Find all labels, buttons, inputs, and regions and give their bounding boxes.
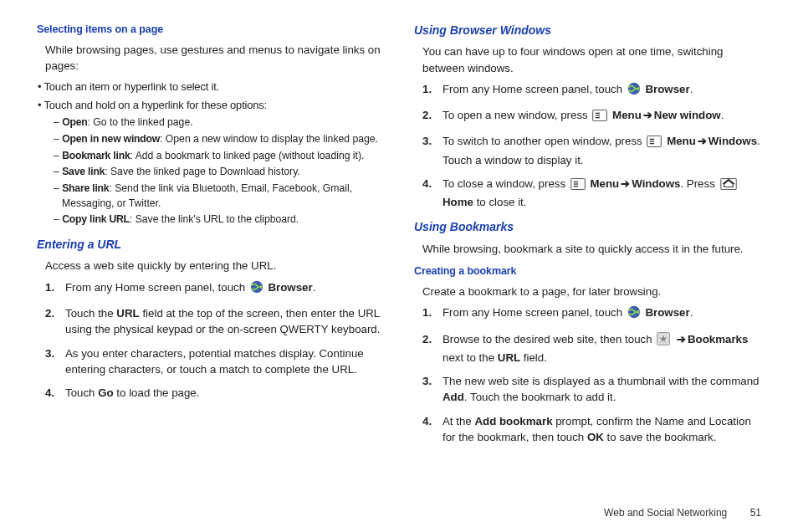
heading-using-bookmarks: Using Bookmarks [414, 218, 761, 235]
dash-save-link: Save link: Save the linked page to Downl… [62, 165, 384, 180]
url-step-2: Touch the URL field at the top of the sc… [45, 305, 384, 338]
bm-step-1: From any Home screen panel, touch Browse… [422, 304, 761, 323]
bookmark-icon [657, 332, 670, 350]
url-step-1: From any Home screen panel, touch Browse… [45, 279, 384, 298]
menu-icon [570, 178, 586, 194]
bullet-touch-select: Touch an item or hyperlink to select it. [45, 79, 384, 95]
dash-copy-url: Copy link URL: Save the link's URL to th… [62, 212, 384, 228]
browser-icon [627, 82, 641, 100]
dash-share-link: Share link: Send the link via Bluetooth,… [62, 182, 384, 211]
bookmarks-intro: While browsing, bookmark a site to quick… [422, 241, 761, 257]
win-step-1: From any Home screen panel, touch Browse… [422, 81, 761, 100]
win-step-3: To switch to another open window, press … [422, 133, 761, 168]
url-step-3: As you enter characters, potential match… [45, 345, 384, 378]
heading-browser-windows: Using Browser Windows [414, 22, 761, 38]
windows-intro: You can have up to four windows open at … [422, 43, 761, 76]
browser-icon [250, 280, 263, 298]
bm-step-2: Browse to the desired web site, then tou… [422, 331, 761, 366]
left-column: Selecting items on a page While browsing… [37, 22, 384, 453]
bookmark-steps: From any Home screen panel, touch Browse… [422, 304, 761, 445]
bm-step-4: At the Add bookmark prompt, confirm the … [422, 413, 761, 446]
url-intro: Access a web site quickly by entering th… [45, 258, 384, 274]
bullet-touch-hold: Touch and hold on a hyperlink for these … [45, 98, 384, 114]
dash-open: Open: Go to the linked page. [62, 115, 384, 130]
right-column: Using Browser Windows You can have up to… [414, 22, 761, 453]
menu-icon [647, 136, 662, 151]
heading-selecting-items: Selecting items on a page [37, 22, 384, 37]
menu-icon [592, 110, 607, 125]
bm-step-3: The new web site is displayed as a thumb… [422, 373, 761, 406]
win-step-4: To close a window, press Menu➔Windows. P… [422, 176, 761, 211]
win-step-2: To open a new window, press Menu➔New win… [422, 107, 761, 125]
heading-entering-url: Entering a URL [37, 236, 384, 253]
url-steps: From any Home screen panel, touch Browse… [45, 279, 384, 402]
home-icon [720, 178, 737, 194]
browser-icon [627, 305, 641, 323]
dash-open-new-window: Open in new window: Open a new window to… [62, 132, 384, 147]
page-number: 51 [750, 507, 761, 519]
url-step-4: Touch Go to load the page. [45, 385, 384, 401]
create-bookmark-intro: Create a bookmark to a page, for later b… [422, 284, 761, 299]
intro-text: While browsing pages, use gestures and m… [45, 42, 384, 74]
footer-section: Web and Social Networking [604, 507, 727, 519]
page-footer: Web and Social Networking 51 [604, 507, 761, 519]
dash-bookmark-link: Bookmark link: Add a bookmark to linked … [62, 149, 384, 164]
windows-steps: From any Home screen panel, touch Browse… [422, 81, 761, 211]
heading-creating-bookmark: Creating a bookmark [414, 263, 761, 279]
